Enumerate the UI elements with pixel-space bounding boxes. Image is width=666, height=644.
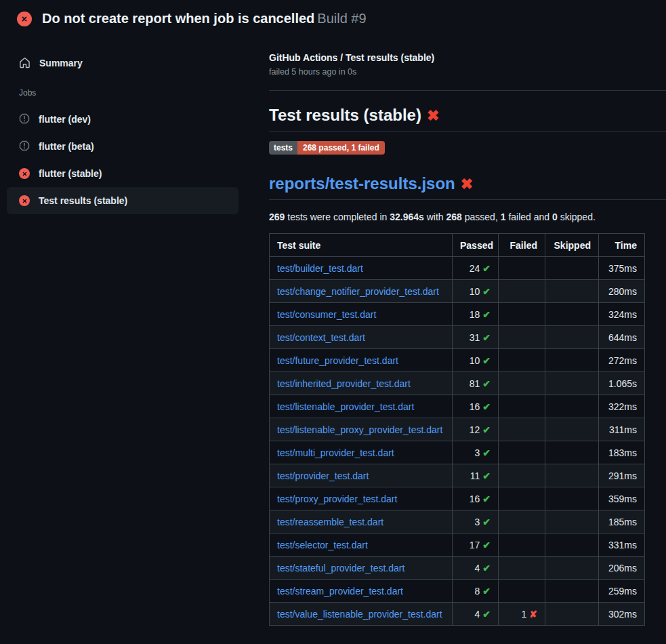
table-row: test/stream_provider_test.dart8✔259ms <box>270 580 645 603</box>
failed-cell <box>499 487 545 510</box>
time-cell: 206ms <box>599 557 645 580</box>
sidebar-item-test-results-stable[interactable]: Test results (stable) <box>7 187 238 214</box>
report-file-link[interactable]: reports/test-results.json <box>269 174 455 193</box>
skipped-cell <box>545 257 599 280</box>
failed-cell <box>499 395 545 418</box>
time-cell: 185ms <box>599 510 645 534</box>
check-icon: ✔ <box>482 401 491 412</box>
time-cell: 322ms <box>599 395 645 418</box>
test-suite-link[interactable]: test/listenable_provider_test.dart <box>277 401 414 412</box>
check-icon: ✔ <box>482 609 491 620</box>
time-cell: 375ms <box>599 257 645 280</box>
failed-cell <box>499 534 545 557</box>
test-suite-cell: test/future_provider_test.dart <box>270 349 453 372</box>
test-suite-cell: test/builder_test.dart <box>270 257 453 280</box>
table-header-row: Test suite Passed Failed Skipped Time <box>270 234 645 257</box>
sidebar-item-flutter-dev[interactable]: flutter (dev) <box>7 106 238 133</box>
column-header-test-suite: Test suite <box>270 234 453 257</box>
check-icon: ✔ <box>482 263 491 274</box>
results-table: Test suite Passed Failed Skipped Time te… <box>269 233 645 626</box>
failed-cell <box>499 372 545 395</box>
test-suite-link[interactable]: test/stream_provider_test.dart <box>277 586 403 597</box>
failed-cell <box>499 510 545 534</box>
run-header: Do not create report when job is cancell… <box>0 0 666 36</box>
passed-cell: 81✔ <box>453 372 499 395</box>
test-suite-link[interactable]: test/inherited_provider_test.dart <box>277 378 411 389</box>
test-suite-link[interactable]: test/builder_test.dart <box>277 263 363 274</box>
page-layout: Summary Jobs flutter (dev)flutter (beta)… <box>0 36 666 626</box>
test-suite-link[interactable]: test/multi_provider_test.dart <box>277 447 394 458</box>
skipped-cell <box>545 441 599 464</box>
section-title: Test results (stable)✖ <box>269 106 666 132</box>
report-title: reports/test-results.json✖ <box>269 174 666 200</box>
check-icon: ✔ <box>482 540 491 550</box>
test-suite-link[interactable]: test/reassemble_test.dart <box>277 517 383 527</box>
test-suite-cell: test/listenable_proxy_provider_test.dart <box>270 418 453 441</box>
summary-text: failed and <box>506 212 553 222</box>
table-row: test/multi_provider_test.dart3✔183ms <box>270 441 645 464</box>
table-row: test/proxy_provider_test.dart16✔359ms <box>270 487 645 510</box>
passed-cell: 10✔ <box>453 280 499 303</box>
skipped-cell <box>545 510 599 534</box>
table-row: test/reassemble_test.dart3✔185ms <box>270 510 645 534</box>
skipped-cell <box>545 349 599 372</box>
test-suite-link[interactable]: test/stateful_provider_test.dart <box>277 563 404 573</box>
check-icon: ✔ <box>482 355 491 366</box>
check-icon: ✔ <box>482 563 491 573</box>
check-icon: ✔ <box>482 332 491 343</box>
sidebar-item-label: Summary <box>39 58 83 68</box>
test-suite-cell: test/provider_test.dart <box>270 464 453 487</box>
table-row: test/stateful_provider_test.dart4✔206ms <box>270 557 645 580</box>
failed-cell <box>499 580 545 603</box>
passed-count: 24 <box>470 263 480 274</box>
passed-count: 10 <box>470 355 480 366</box>
test-suite-link[interactable]: test/future_provider_test.dart <box>277 355 398 366</box>
passed-cell: 11✔ <box>453 464 499 487</box>
test-suite-cell: test/listenable_provider_test.dart <box>270 395 453 418</box>
test-suite-cell: test/context_test.dart <box>270 326 453 349</box>
test-suite-link[interactable]: test/value_listenable_provider_test.dart <box>277 609 442 620</box>
table-row: test/future_provider_test.dart10✔272ms <box>270 349 645 372</box>
time-cell: 291ms <box>599 464 645 487</box>
summary-number: 269 <box>269 212 285 222</box>
table-row: test/builder_test.dart24✔375ms <box>270 257 645 280</box>
test-suite-link[interactable]: test/change_notifier_provider_test.dart <box>277 286 439 297</box>
test-suite-cell: test/value_listenable_provider_test.dart <box>270 603 453 626</box>
test-suite-link[interactable]: test/consumer_test.dart <box>277 309 376 320</box>
passed-count: 10 <box>470 286 480 297</box>
skipped-cell <box>545 557 599 580</box>
stop-icon <box>19 140 30 153</box>
test-suite-link[interactable]: test/context_test.dart <box>277 332 365 343</box>
time-cell: 324ms <box>599 303 645 326</box>
sidebar-item-flutter-stable[interactable]: flutter (stable) <box>7 160 238 187</box>
check-icon: ✔ <box>482 447 491 458</box>
test-suite-link[interactable]: test/proxy_provider_test.dart <box>277 494 397 504</box>
failed-x-icon: ✖ <box>427 107 439 124</box>
time-cell: 259ms <box>599 580 645 603</box>
skipped-cell <box>545 487 599 510</box>
skipped-cell <box>545 418 599 441</box>
table-row: test/consumer_test.dart18✔324ms <box>270 303 645 326</box>
column-header-failed: Failed <box>499 234 545 257</box>
sidebar-item-label: Test results (stable) <box>39 195 127 206</box>
test-suite-link[interactable]: test/provider_test.dart <box>277 470 369 481</box>
check-icon: ✔ <box>482 286 491 297</box>
test-suite-cell: test/consumer_test.dart <box>270 303 453 326</box>
run-meta: failed 5 hours ago in 0s <box>269 67 666 77</box>
column-header-passed: Passed <box>453 234 499 257</box>
workflow-run-page: Do not create report when job is cancell… <box>0 0 666 626</box>
header-divider <box>269 90 666 91</box>
sidebar-item-label: flutter (stable) <box>39 168 102 179</box>
test-suite-cell: test/inherited_provider_test.dart <box>270 372 453 395</box>
run-build-number: Build #9 <box>317 11 366 26</box>
passed-count: 31 <box>470 332 480 343</box>
sidebar-item-flutter-beta[interactable]: flutter (beta) <box>7 133 238 160</box>
passed-cell: 16✔ <box>453 487 499 510</box>
test-suite-cell: test/proxy_provider_test.dart <box>270 487 453 510</box>
test-suite-link[interactable]: test/listenable_proxy_provider_test.dart <box>277 424 442 435</box>
summary-text: skipped. <box>558 212 596 222</box>
time-cell: 183ms <box>599 441 645 464</box>
test-suite-link[interactable]: test/selector_test.dart <box>277 540 368 550</box>
passed-cell: 4✔ <box>453 557 499 580</box>
sidebar-item-summary[interactable]: Summary <box>7 51 238 75</box>
